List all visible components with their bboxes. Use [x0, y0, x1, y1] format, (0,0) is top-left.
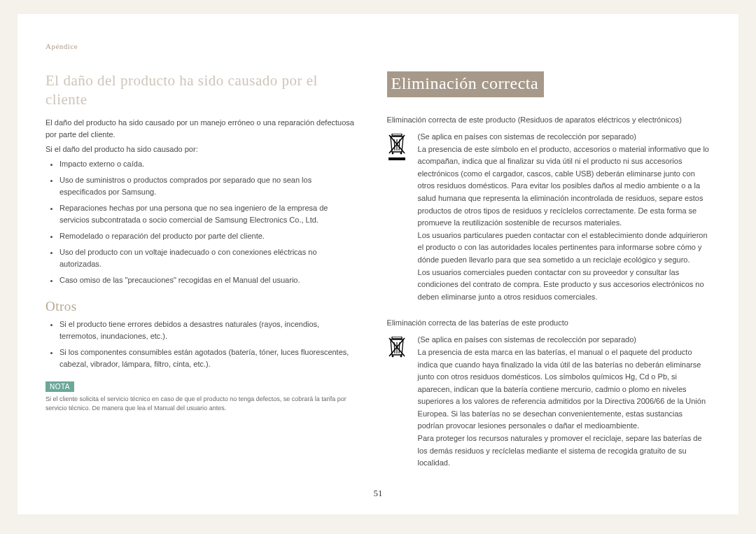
paragraph: Si el daño del producto ha sido causado …	[46, 143, 359, 155]
section-heading-disposal: Eliminación correcta	[387, 71, 545, 97]
crossed-bin-icon	[387, 134, 407, 303]
left-column: El daño del producto ha sido causado por…	[46, 71, 359, 485]
paragraph: La presencia de este símbolo en el produ…	[418, 143, 710, 230]
section-heading-others: Otros	[46, 299, 359, 314]
paragraph: Los usuarios comerciales pueden contacta…	[418, 267, 710, 304]
right-column: Eliminación correcta Eliminación correct…	[387, 71, 710, 485]
crossed-bin-icon	[387, 337, 407, 470]
svg-point-12	[391, 356, 393, 358]
paragraph: El daño del producto ha sido causado por…	[46, 117, 359, 141]
disposal-block-batteries: (Se aplica en países con sistemas de rec…	[387, 334, 710, 470]
paragraph: (Se aplica en países con sistemas de rec…	[418, 334, 710, 346]
nota-badge: NOTA	[46, 381, 74, 392]
disposal-subheading-batteries: Eliminación correcta de las baterías de …	[387, 318, 710, 327]
underline-bar-icon	[388, 157, 405, 160]
paragraph: Para proteger los recursos naturales y p…	[418, 433, 710, 470]
bullet-list-others: Si el producto tiene errores debidos a d…	[46, 318, 359, 370]
document-page: Apéndice El daño del producto ha sido ca…	[18, 14, 738, 514]
disposal-block-product: (Se aplica en países con sistemas de rec…	[387, 131, 710, 303]
paragraph: La presencia de esta marca en las baterí…	[418, 346, 710, 433]
disposal-text-product: (Se aplica en países con sistemas de rec…	[418, 131, 710, 303]
svg-point-13	[400, 356, 402, 358]
svg-point-4	[391, 153, 393, 155]
svg-point-5	[400, 153, 402, 155]
paragraph: Los usuarios particulares pueden contact…	[418, 230, 710, 267]
disposal-subheading-product: Eliminación correcta de este producto (R…	[387, 115, 710, 124]
list-item: Impacto externo o caída.	[59, 158, 359, 170]
svg-rect-0	[392, 134, 402, 136]
bullet-list-damage: Impacto externo o caída. Uso de suminist…	[46, 158, 359, 286]
list-item: Uso del producto con un voltaje inadecua…	[59, 246, 359, 270]
svg-rect-8	[392, 337, 402, 339]
list-item: Si los componentes consumibles están ago…	[59, 346, 359, 370]
section-heading-damage: El daño del producto ha sido causado por…	[46, 71, 359, 110]
list-item: Reparaciones hechas por una persona que …	[59, 202, 359, 226]
paragraph: (Se aplica en países con sistemas de rec…	[418, 131, 710, 143]
list-item: Si el producto tiene errores debidos a d…	[59, 318, 359, 342]
list-item: Uso de suministros o productos comprados…	[59, 174, 359, 198]
breadcrumb: Apéndice	[46, 42, 710, 50]
disposal-text-batteries: (Se aplica en países con sistemas de rec…	[418, 334, 710, 470]
nota-text: Si el cliente solicita el servicio técni…	[46, 395, 359, 413]
list-item: Remodelado o reparación del producto por…	[59, 230, 359, 242]
list-item: Caso omiso de las "precauciones" recogid…	[59, 274, 359, 286]
page-number: 51	[374, 488, 383, 499]
content-columns: El daño del producto ha sido causado por…	[46, 71, 710, 485]
